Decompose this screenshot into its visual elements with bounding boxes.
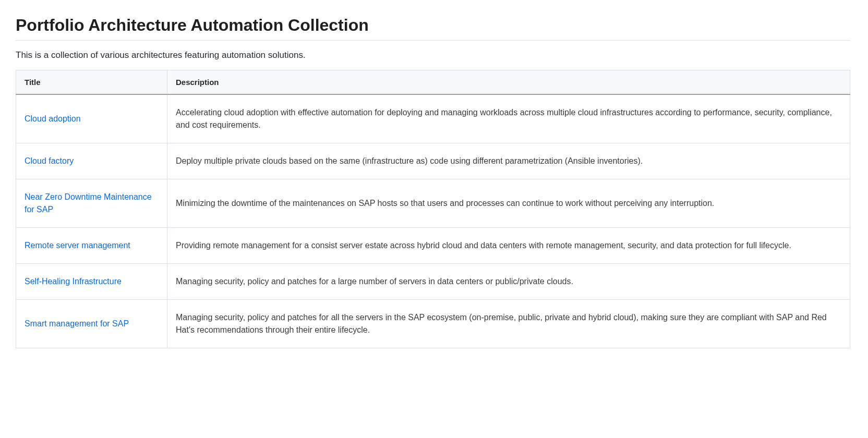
table-cell-description: Managing security, policy and patches fo… <box>167 264 850 300</box>
table-cell-title: Cloud factory <box>16 143 167 179</box>
table-cell-description: Accelerating cloud adoption with effecti… <box>167 94 850 143</box>
architecture-link[interactable]: Remote server management <box>25 241 130 250</box>
table-row: Cloud adoptionAccelerating cloud adoptio… <box>16 94 850 143</box>
table-row: Cloud factoryDeploy multiple private clo… <box>16 143 850 179</box>
intro-text: This is a collection of various architec… <box>16 50 850 60</box>
table-row: Remote server managementProviding remote… <box>16 228 850 264</box>
table-row: Near Zero Downtime Maintenance for SAPMi… <box>16 179 850 228</box>
table-row: Smart management for SAPManaging securit… <box>16 300 850 348</box>
architecture-link[interactable]: Cloud adoption <box>25 114 81 123</box>
architecture-table: Title Description Cloud adoptionAccelera… <box>16 70 850 348</box>
architecture-link[interactable]: Cloud factory <box>25 156 74 165</box>
table-cell-title: Cloud adoption <box>16 94 167 143</box>
architecture-link[interactable]: Self-Healing Infrastructure <box>25 277 122 286</box>
column-header-title: Title <box>16 70 167 95</box>
column-header-description: Description <box>167 70 850 95</box>
table-cell-description: Providing remote management for a consis… <box>167 228 850 264</box>
table-row: Self-Healing InfrastructureManaging secu… <box>16 264 850 300</box>
table-cell-title: Self-Healing Infrastructure <box>16 264 167 300</box>
table-cell-title: Remote server management <box>16 228 167 264</box>
table-cell-title: Smart management for SAP <box>16 300 167 348</box>
table-cell-description: Minimizing the downtime of the maintenan… <box>167 179 850 228</box>
table-cell-description: Deploy multiple private clouds based on … <box>167 143 850 179</box>
architecture-link[interactable]: Near Zero Downtime Maintenance for SAP <box>25 192 152 214</box>
table-cell-title: Near Zero Downtime Maintenance for SAP <box>16 179 167 228</box>
architecture-link[interactable]: Smart management for SAP <box>25 319 129 328</box>
table-cell-description: Managing security, policy and patches fo… <box>167 300 850 348</box>
page-title: Portfolio Architecture Automation Collec… <box>16 16 850 41</box>
